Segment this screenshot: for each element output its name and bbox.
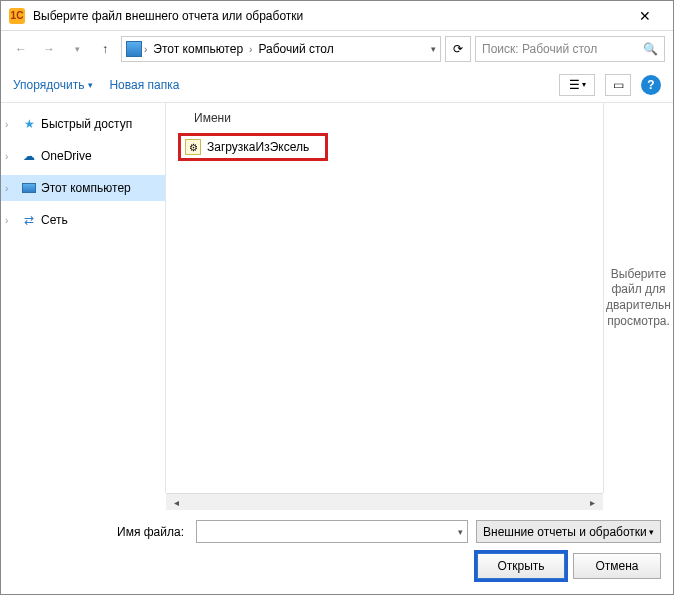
main-area: › ★ Быстрый доступ › ☁ OneDrive › Этот к… xyxy=(1,103,673,493)
search-placeholder: Поиск: Рабочий стол xyxy=(482,42,597,56)
tree-label: OneDrive xyxy=(41,149,92,163)
refresh-button[interactable]: ⟳ xyxy=(445,36,471,62)
cancel-button[interactable]: Отмена xyxy=(573,553,661,579)
chevron-right-icon[interactable]: › xyxy=(5,215,17,226)
open-button[interactable]: Открыть xyxy=(477,553,565,579)
chevron-right-icon[interactable]: › xyxy=(5,119,17,130)
cloud-icon: ☁ xyxy=(21,148,37,164)
toolbar: Упорядочить ▾ Новая папка ☰ ▾ ▭ ? xyxy=(1,67,673,103)
navigation-tree: › ★ Быстрый доступ › ☁ OneDrive › Этот к… xyxy=(1,103,166,493)
scroll-right-button[interactable]: ▸ xyxy=(584,495,601,510)
chevron-right-icon: › xyxy=(144,44,147,55)
tree-network[interactable]: › ⇄ Сеть xyxy=(1,207,165,233)
open-label: Открыть xyxy=(497,559,544,573)
breadcrumb-thispc[interactable]: Этот компьютер xyxy=(149,40,247,58)
forward-button: → xyxy=(37,37,61,61)
navigation-row: ← → ▾ ↑ › Этот компьютер › Рабочий стол … xyxy=(1,31,673,67)
chevron-right-icon[interactable]: › xyxy=(5,151,17,162)
button-row: Открыть Отмена xyxy=(13,553,661,579)
help-button[interactable]: ? xyxy=(641,75,661,95)
tree-label: Быстрый доступ xyxy=(41,117,132,131)
file-pane: Имени ⚙ ЗагрузкаИзЭксель Выберите файл д… xyxy=(166,103,673,493)
scroll-left-button[interactable]: ◂ xyxy=(168,495,185,510)
back-button[interactable]: ← xyxy=(9,37,33,61)
new-folder-button[interactable]: Новая папка xyxy=(109,78,179,92)
chevron-right-icon: › xyxy=(249,44,252,55)
preview-pane-button[interactable]: ▭ xyxy=(605,74,631,96)
chevron-right-icon[interactable]: › xyxy=(5,183,17,194)
chevron-down-icon: ▾ xyxy=(582,80,586,89)
view-mode-button[interactable]: ☰ ▾ xyxy=(559,74,595,96)
tree-label: Сеть xyxy=(41,213,68,227)
filename-input[interactable]: ▾ xyxy=(196,520,468,543)
close-button[interactable]: ✕ xyxy=(625,2,665,30)
tree-onedrive[interactable]: › ☁ OneDrive xyxy=(1,143,165,169)
file-list[interactable]: Имени ⚙ ЗагрузкаИзЭксель xyxy=(166,103,603,493)
file-type-filter[interactable]: Внешние отчеты и обработки ▾ xyxy=(476,520,661,543)
chevron-down-icon[interactable]: ▾ xyxy=(458,527,463,537)
file-name: ЗагрузкаИзЭксель xyxy=(207,140,309,154)
tree-quick-access[interactable]: › ★ Быстрый доступ xyxy=(1,111,165,137)
pc-icon xyxy=(126,41,142,57)
app-icon: 1C xyxy=(9,8,25,24)
bottom-panel: Имя файла: ▾ Внешние отчеты и обработки … xyxy=(1,510,673,591)
file-icon: ⚙ xyxy=(185,139,201,155)
search-icon: 🔍 xyxy=(643,42,658,56)
filter-label: Внешние отчеты и обработки xyxy=(483,525,647,539)
filename-row: Имя файла: ▾ Внешние отчеты и обработки … xyxy=(13,520,661,543)
preview-pane: Выберите файл для дварительн просмотра. xyxy=(603,103,673,493)
network-icon: ⇄ xyxy=(21,212,37,228)
organize-menu[interactable]: Упорядочить ▾ xyxy=(13,78,93,92)
chevron-down-icon: ▾ xyxy=(88,80,93,90)
chevron-down-icon[interactable]: ▾ xyxy=(431,44,436,54)
breadcrumb-desktop[interactable]: Рабочий стол xyxy=(254,40,337,58)
up-button[interactable]: ↑ xyxy=(93,37,117,61)
list-icon: ☰ xyxy=(569,78,580,92)
window-title: Выберите файл внешнего отчета или обрабо… xyxy=(33,9,625,23)
recent-dropdown[interactable]: ▾ xyxy=(65,37,89,61)
cancel-label: Отмена xyxy=(595,559,638,573)
preview-text: Выберите файл для дварительн просмотра. xyxy=(606,267,671,329)
organize-label: Упорядочить xyxy=(13,78,84,92)
newfolder-label: Новая папка xyxy=(109,78,179,92)
preview-icon: ▭ xyxy=(613,78,624,92)
file-item[interactable]: ⚙ ЗагрузкаИзЭксель xyxy=(178,133,328,161)
chevron-down-icon: ▾ xyxy=(649,527,654,537)
star-icon: ★ xyxy=(21,116,37,132)
column-header-name[interactable]: Имени xyxy=(178,111,591,125)
tree-label: Этот компьютер xyxy=(41,181,131,195)
tree-this-pc[interactable]: › Этот компьютер xyxy=(1,175,165,201)
filename-label: Имя файла: xyxy=(13,525,188,539)
titlebar: 1C Выберите файл внешнего отчета или обр… xyxy=(1,1,673,31)
search-input[interactable]: Поиск: Рабочий стол 🔍 xyxy=(475,36,665,62)
monitor-icon xyxy=(21,180,37,196)
address-bar[interactable]: › Этот компьютер › Рабочий стол ▾ xyxy=(121,36,441,62)
horizontal-scrollbar[interactable]: ◂ ▸ xyxy=(166,493,603,510)
